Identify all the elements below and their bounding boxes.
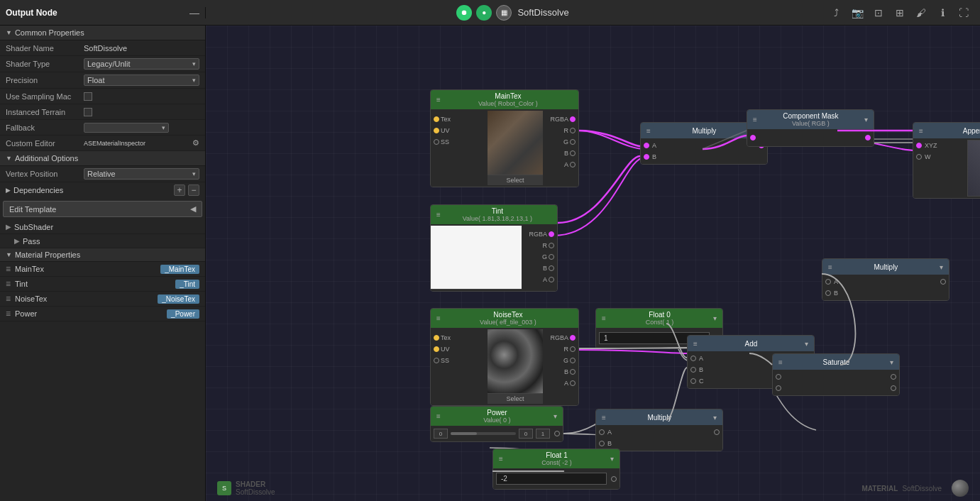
noise-rgba-out[interactable]: [570, 335, 576, 341]
deps-add-btn[interactable]: +: [174, 185, 185, 196]
mult2-menu-icon[interactable]: ≡: [828, 263, 832, 271]
noise-r-out[interactable]: [570, 346, 576, 352]
float1-expand-icon[interactable]: ▾: [610, 455, 614, 463]
port-r-out[interactable]: [570, 128, 576, 133]
ctrl-btn-1[interactable]: ⏺: [456, 5, 472, 21]
common-properties-header[interactable]: ▼ Common Properties: [0, 26, 205, 40]
main-tex-node[interactable]: ≡ MainTex Value( Robot_Color ) Tex UV: [430, 89, 579, 187]
port-g-out[interactable]: [570, 139, 576, 145]
saturate-expand-icon[interactable]: ▾: [890, 358, 893, 366]
mult1-a-in[interactable]: [644, 143, 649, 148]
minimize-btn[interactable]: —: [189, 7, 199, 18]
mult3-b-in[interactable]: [599, 441, 605, 446]
use-sampling-checkbox[interactable]: [84, 92, 92, 101]
port-tex-in[interactable]: [434, 116, 439, 122]
info-icon[interactable]: ℹ: [935, 5, 950, 21]
instanced-terrain-checkbox[interactable]: [84, 108, 92, 116]
port-ss-in[interactable]: [434, 139, 439, 145]
add-c-in[interactable]: [690, 378, 696, 384]
multiply3-node[interactable]: ≡ Multiply ▾ A B: [595, 409, 723, 451]
port-b-out[interactable]: [570, 150, 576, 156]
mult1-b-in[interactable]: [644, 154, 649, 160]
noise-a-out[interactable]: [570, 380, 576, 386]
port-rgba-out[interactable]: [570, 116, 576, 122]
paint-icon[interactable]: 🖌: [913, 5, 929, 21]
share-icon[interactable]: ⤴: [828, 5, 844, 21]
precision-dropdown[interactable]: Float ▾: [84, 75, 199, 86]
noise-menu-icon[interactable]: ≡: [436, 314, 441, 322]
shader-type-dropdown[interactable]: Legacy/Unlit ▾: [84, 58, 199, 70]
fullscreen-icon[interactable]: ⛶: [956, 5, 971, 21]
append-menu-icon[interactable]: ≡: [919, 127, 923, 135]
pass-item[interactable]: ▶ Pass: [0, 234, 205, 248]
mult2-b-in[interactable]: [825, 290, 831, 296]
noise-tex-node[interactable]: ≡ NoiseTex Value( eff_tile_003 ) Tex UV: [430, 308, 579, 406]
port-a-out[interactable]: [570, 162, 576, 167]
saturate-port2a[interactable]: [776, 385, 781, 391]
add-menu-icon[interactable]: ≡: [693, 340, 698, 348]
deps-remove-btn[interactable]: −: [188, 185, 199, 196]
noise-tex-in[interactable]: [434, 335, 439, 341]
mult2-out[interactable]: [940, 279, 946, 285]
noise-ss-in[interactable]: [434, 358, 439, 363]
noise-select-btn[interactable]: Select: [488, 393, 543, 404]
zoom-icon[interactable]: ⊞: [892, 5, 908, 21]
mult2-a-in[interactable]: [825, 279, 831, 285]
mult3-out[interactable]: [714, 429, 720, 435]
append-w-in[interactable]: [916, 154, 922, 160]
compmask-expand-icon[interactable]: ▾: [864, 116, 868, 123]
power-expand-icon[interactable]: ▾: [554, 412, 557, 420]
fallback-dropdown[interactable]: ▾: [84, 123, 169, 133]
tint-menu-icon[interactable]: ≡: [436, 211, 441, 219]
saturate-node[interactable]: ≡ Saturate ▾: [772, 353, 900, 396]
saturate-out1[interactable]: [891, 374, 896, 380]
saturate-menu-icon[interactable]: ≡: [778, 358, 783, 366]
subshader-item[interactable]: ▶ SubShader: [0, 220, 205, 234]
tint-r-out[interactable]: [549, 243, 554, 248]
mult3-a-in[interactable]: [599, 429, 605, 435]
float0-expand-icon[interactable]: ▾: [713, 314, 717, 322]
tint-b-out[interactable]: [549, 265, 554, 271]
append-node[interactable]: ≡ Append ▲ XYZ W: [913, 122, 980, 199]
port-uv-in[interactable]: [434, 128, 439, 133]
camera-icon[interactable]: 📷: [849, 5, 865, 21]
component-mask-node[interactable]: ≡ Component Mask Value( RGB ) ▾: [747, 109, 874, 147]
power-slider-track[interactable]: [451, 432, 516, 435]
node-menu-icon[interactable]: ≡: [436, 96, 441, 104]
material-properties-header[interactable]: ▼ Material Properties: [0, 248, 205, 262]
add-expand-icon[interactable]: ▾: [805, 340, 808, 348]
mult1-menu-icon[interactable]: ≡: [646, 127, 651, 135]
mult3-menu-icon[interactable]: ≡: [602, 414, 606, 422]
vertex-position-dropdown[interactable]: Relative ▾: [84, 168, 199, 180]
append-xyz-in[interactable]: [916, 143, 922, 148]
power-menu-icon[interactable]: ≡: [436, 412, 441, 420]
multiply2-node[interactable]: ≡ Multiply ▾ A B: [822, 258, 949, 301]
tint-rgba-out[interactable]: [549, 231, 554, 237]
add-b-in[interactable]: [690, 367, 696, 373]
compmask-menu-icon[interactable]: ≡: [753, 116, 757, 123]
saturate-port2b[interactable]: [891, 385, 896, 391]
add-a-in[interactable]: [690, 356, 696, 361]
noise-uv-in[interactable]: [434, 346, 439, 352]
mult3-expand-icon[interactable]: ▾: [713, 414, 717, 422]
tint-g-out[interactable]: [549, 254, 554, 260]
fit-icon[interactable]: ⊡: [871, 5, 886, 21]
noise-g-out[interactable]: [570, 358, 576, 363]
ctrl-btn-2[interactable]: ●: [476, 5, 492, 21]
saturate-in[interactable]: [776, 374, 781, 380]
mult2-expand-icon[interactable]: ▾: [940, 263, 943, 271]
tint-a-out[interactable]: [549, 277, 554, 282]
power-out[interactable]: [554, 431, 560, 436]
power-node[interactable]: ≡ Power Value( 0 ) ▾ 0 0 1: [430, 406, 563, 442]
canvas-area[interactable]: ≡ MainTex Value( Robot_Color ) Tex UV: [206, 26, 980, 501]
float1-menu-icon[interactable]: ≡: [499, 455, 503, 463]
custom-editor-btn[interactable]: ⚙: [192, 138, 199, 148]
noise-b-out[interactable]: [570, 369, 576, 375]
comp-mask-out[interactable]: [865, 135, 871, 141]
additional-options-header[interactable]: ▼ Additional Options: [0, 151, 205, 166]
float0-menu-icon[interactable]: ≡: [602, 314, 606, 322]
comp-mask-in[interactable]: [750, 135, 756, 141]
ctrl-btn-3[interactable]: ▦: [496, 5, 512, 21]
tint-node[interactable]: ≡ Tint Value( 1.81,3.18,2.13,1 ) RGBA R: [430, 204, 558, 292]
main-tex-select-btn[interactable]: Select: [488, 175, 543, 185]
